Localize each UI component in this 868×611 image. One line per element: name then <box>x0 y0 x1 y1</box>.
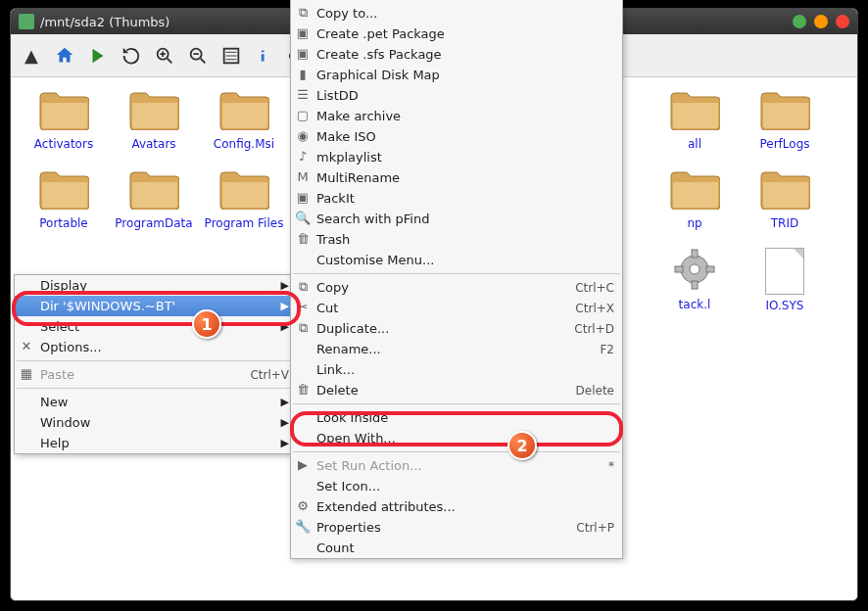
trash-icon: 🗑 <box>295 231 311 247</box>
folder-np[interactable]: np <box>651 168 738 230</box>
copy-icon: ⧉ <box>295 5 311 21</box>
submenu-arrow-icon: ▶ <box>281 437 289 449</box>
folder-label: Portable <box>21 216 107 230</box>
menu-separator <box>17 388 295 389</box>
menu-multirename[interactable]: MMultiRename <box>291 167 622 188</box>
folder-label: PerfLogs <box>742 137 828 151</box>
menu-separator <box>293 451 620 452</box>
menu-makeiso[interactable]: ◉Make ISO <box>291 126 622 147</box>
list-view-button[interactable] <box>217 41 246 70</box>
folder-programdata[interactable]: ProgramData <box>111 168 197 230</box>
menu-count[interactable]: Count <box>291 538 622 558</box>
tools-icon: ✕ <box>19 339 34 354</box>
submenu-arrow-icon: ▶ <box>281 300 289 312</box>
annotation-badge-1: 1 <box>192 309 221 339</box>
menu-window[interactable]: Window▶ <box>15 412 297 433</box>
menu-separator <box>293 403 620 404</box>
menu-display[interactable]: Display▶ <box>15 275 297 296</box>
menu-pfind[interactable]: 🔍Search with pFind <box>291 209 622 229</box>
menu-listdd[interactable]: ☰ListDD <box>291 85 622 106</box>
folder-programfiles[interactable]: Program Files <box>201 168 287 230</box>
package-icon: ▣ <box>295 25 311 41</box>
folder-label: ProgramData <box>111 216 197 230</box>
paste-icon: ▦ <box>19 366 34 382</box>
minimize-button[interactable] <box>793 15 806 28</box>
menu-properties[interactable]: 🔧PropertiesCtrl+P <box>291 517 622 538</box>
disc-icon: ◉ <box>295 128 311 144</box>
app-icon <box>19 14 34 29</box>
list-icon: ☰ <box>295 87 311 103</box>
menu-cut[interactable]: ✂CutCtrl+X <box>291 298 622 318</box>
menu-new[interactable]: New▶ <box>15 392 297 412</box>
menu-create-pet[interactable]: ▣Create .pet Package <box>291 24 622 44</box>
run-icon: ▶ <box>295 457 311 473</box>
zoom-in-button[interactable] <box>150 41 179 70</box>
folder-label: Program Files <box>201 216 287 230</box>
menu-seticon[interactable]: Set Icon... <box>291 476 622 496</box>
chart-icon: ▮ <box>295 67 311 82</box>
file-label: IO.SYS <box>742 299 828 312</box>
folder-perflogs[interactable]: PerfLogs <box>742 89 828 151</box>
file-label: tack.l <box>651 298 738 311</box>
folder-activators[interactable]: Activators <box>21 89 107 151</box>
folder-label: Avatars <box>111 137 197 151</box>
folder-avatars[interactable]: Avatars <box>111 89 197 151</box>
playlist-icon: ♪ <box>295 149 311 164</box>
menu-packit[interactable]: ▣PackIt <box>291 188 622 209</box>
file-iosys[interactable]: IO.SYS <box>742 248 828 312</box>
menu-trash[interactable]: 🗑Trash <box>291 229 622 250</box>
menu-link[interactable]: Link... <box>291 359 622 380</box>
menu-lookinside[interactable]: Look Inside <box>291 407 622 428</box>
menu-rename[interactable]: Rename...F2 <box>291 339 622 359</box>
menu-mkplaylist[interactable]: ♪mkplaylist <box>291 147 622 167</box>
menu-setrunaction[interactable]: ▶Set Run Action...* <box>291 455 622 476</box>
info-button[interactable] <box>250 41 279 70</box>
submenu-arrow-icon: ▶ <box>281 320 289 333</box>
menu-gdm[interactable]: ▮Graphical Disk Map <box>291 65 622 85</box>
menu-openwith[interactable]: Open With... <box>291 428 622 448</box>
rename-icon: M <box>295 169 311 185</box>
menu-duplicate[interactable]: ⧉Duplicate...Ctrl+D <box>291 318 622 339</box>
props-icon: 🔧 <box>295 519 311 535</box>
menu-select[interactable]: Select▶ <box>15 316 297 337</box>
menu-dir[interactable]: Dir '$WINDOWS.~BT'▶ <box>15 296 297 316</box>
folder-configmsi[interactable]: Config.Msi <box>201 89 287 151</box>
file-tackl[interactable]: tack.l <box>651 248 738 312</box>
menu-create-sfs[interactable]: ▣Create .sfs Package <box>291 44 622 65</box>
menu-makearchive[interactable]: ▢Make archive <box>291 106 622 126</box>
context-menu-submenu: ⧉Copy to... ▣Create .pet Package ▣Create… <box>290 0 623 559</box>
folder-label: Activators <box>21 137 107 151</box>
duplicate-icon: ⧉ <box>295 320 311 336</box>
maximize-button[interactable] <box>814 15 828 28</box>
context-menu-primary: Display▶ Dir '$WINDOWS.~BT'▶ Select▶ ✕Op… <box>14 274 298 454</box>
menu-extattr[interactable]: ⚙Extended attributes... <box>291 496 622 517</box>
submenu-arrow-icon: ▶ <box>281 396 289 408</box>
folder-trid[interactable]: TRID <box>742 168 828 230</box>
menu-separator <box>17 360 295 361</box>
copy-icon: ⧉ <box>295 279 311 295</box>
menu-options[interactable]: ✕Options... <box>15 337 297 357</box>
folder-label: np <box>651 216 738 230</box>
search-icon: 🔍 <box>295 211 311 226</box>
folder-portable[interactable]: Portable <box>21 168 107 230</box>
home-button[interactable] <box>50 41 79 70</box>
attr-icon: ⚙ <box>295 498 311 514</box>
menu-copyto[interactable]: ⧉Copy to... <box>291 3 622 24</box>
folder-all[interactable]: all <box>651 89 738 151</box>
submenu-arrow-icon: ▶ <box>281 279 289 292</box>
menu-customise[interactable]: Customise Menu... <box>291 250 622 270</box>
close-button[interactable] <box>836 15 849 28</box>
folder-label: TRID <box>742 216 828 230</box>
menu-paste[interactable]: ▦PasteCtrl+V <box>15 364 297 385</box>
up-button[interactable]: ▲ <box>17 41 46 70</box>
play-button[interactable] <box>83 41 113 70</box>
menu-help[interactable]: Help▶ <box>15 433 297 453</box>
zoom-out-button[interactable] <box>183 41 213 70</box>
menu-copy[interactable]: ⧉CopyCtrl+C <box>291 277 622 298</box>
menu-separator <box>293 273 620 274</box>
archive-icon: ▢ <box>295 108 311 123</box>
refresh-button[interactable] <box>117 41 146 70</box>
cut-icon: ✂ <box>295 300 311 315</box>
menu-delete[interactable]: 🗑DeleteDelete <box>291 380 622 400</box>
package-icon: ▣ <box>295 46 311 62</box>
